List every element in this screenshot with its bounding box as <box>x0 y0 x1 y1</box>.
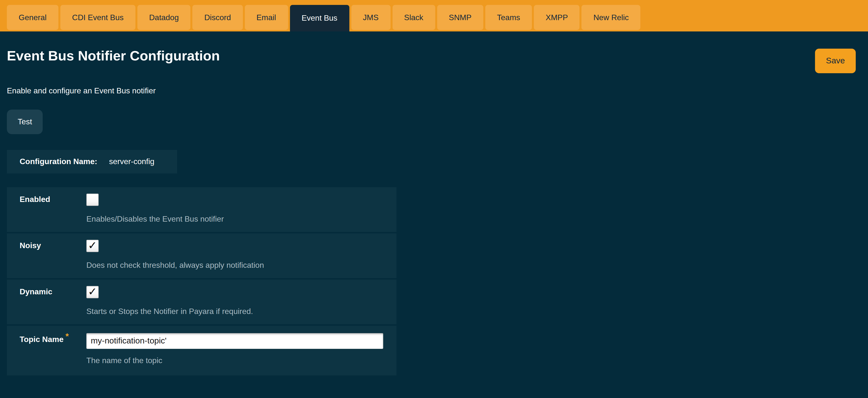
page-title: Event Bus Notifier Configuration <box>7 48 220 64</box>
config-name-row: Configuration Name: server-config <box>7 150 177 173</box>
dynamic-control: ✓ Starts or Stops the Notifier in Payara… <box>86 286 384 318</box>
topic-name-label: Topic Name* <box>20 333 86 368</box>
noisy-help-text: Does not check threshold, always apply n… <box>86 261 384 270</box>
tab-teams[interactable]: Teams <box>485 5 532 30</box>
noisy-label: Noisy <box>20 240 86 272</box>
tab-jms[interactable]: JMS <box>351 5 390 30</box>
dynamic-help-text: Starts or Stops the Notifier in Payara i… <box>86 307 384 316</box>
tab-discord[interactable]: Discord <box>193 5 243 30</box>
required-asterisk: * <box>65 332 69 341</box>
tab-new-relic[interactable]: New Relic <box>582 5 641 30</box>
checkmark-icon: ✓ <box>88 240 97 251</box>
tab-datadog[interactable]: Datadog <box>137 5 191 30</box>
topic-name-help-text: The name of the topic <box>86 356 384 365</box>
save-button[interactable]: Save <box>815 49 856 73</box>
noisy-control: ✓ Does not check threshold, always apply… <box>86 240 384 272</box>
app-screen: General CDI Event Bus Datadog Discord Em… <box>0 0 868 398</box>
tab-event-bus[interactable]: Event Bus <box>290 5 349 31</box>
tab-snmp[interactable]: SNMP <box>437 5 483 30</box>
tab-email[interactable]: Email <box>245 5 288 30</box>
tab-xmpp[interactable]: XMPP <box>534 5 580 30</box>
enabled-label: Enabled <box>20 194 86 226</box>
notifier-tab-bar: General CDI Event Bus Datadog Discord Em… <box>0 0 868 31</box>
checkmark-icon: ✓ <box>88 286 97 297</box>
dynamic-label: Dynamic <box>20 286 86 318</box>
config-name-label: Configuration Name: <box>20 157 97 166</box>
page-header: Event Bus Notifier Configuration Save <box>7 31 856 73</box>
dynamic-checkbox[interactable]: ✓ <box>86 286 99 298</box>
form-row-topic-name: Topic Name* The name of the topic <box>7 326 397 375</box>
page-subtitle: Enable and configure an Event Bus notifi… <box>7 86 856 95</box>
form-row-enabled: Enabled Enables/Disables the Event Bus n… <box>7 187 397 232</box>
tab-slack[interactable]: Slack <box>392 5 435 30</box>
noisy-checkbox[interactable]: ✓ <box>86 240 99 252</box>
test-button[interactable]: Test <box>7 110 43 134</box>
topic-name-input[interactable] <box>86 333 383 349</box>
tab-cdi-event-bus[interactable]: CDI Event Bus <box>60 5 135 30</box>
form-row-noisy: Noisy ✓ Does not check threshold, always… <box>7 233 397 278</box>
enabled-checkbox[interactable] <box>86 194 99 206</box>
topic-name-control: The name of the topic <box>86 333 384 368</box>
enabled-control: Enables/Disables the Event Bus notifier <box>86 194 384 226</box>
config-name-value: server-config <box>109 157 154 166</box>
topic-name-label-text: Topic Name <box>20 335 64 343</box>
form-row-dynamic: Dynamic ✓ Starts or Stops the Notifier i… <box>7 280 397 324</box>
enabled-help-text: Enables/Disables the Event Bus notifier <box>86 215 384 224</box>
tab-general[interactable]: General <box>7 5 58 30</box>
page-content: Event Bus Notifier Configuration Save En… <box>0 31 868 375</box>
notifier-form: Enabled Enables/Disables the Event Bus n… <box>7 187 397 375</box>
